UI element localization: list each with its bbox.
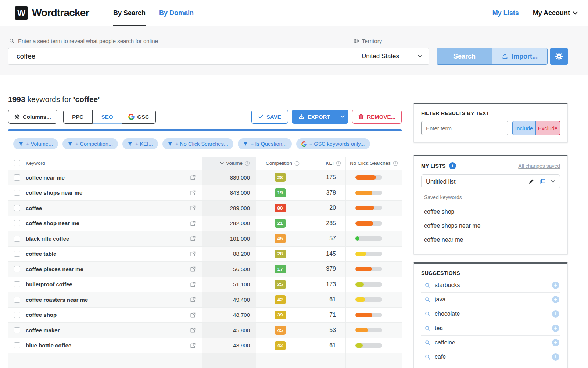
row-checkbox[interactable]: [14, 251, 20, 257]
competition-badge: 19: [275, 188, 286, 197]
export-button[interactable]: EXPORT: [292, 110, 337, 124]
save-button[interactable]: SAVE: [251, 110, 288, 124]
table-row[interactable]: coffee maker 45,800 45 53: [8, 323, 402, 338]
row-checkbox[interactable]: [14, 174, 20, 181]
add-suggestion-button[interactable]: +: [552, 296, 559, 303]
external-link-icon[interactable]: [190, 251, 196, 257]
add-suggestion-button[interactable]: +: [552, 310, 559, 318]
exclude-toggle[interactable]: Exclude: [536, 121, 560, 135]
table-row[interactable]: coffee shop near me 282,000 21 285: [8, 216, 402, 231]
right-sidebar: FILTER RESULTS BY TEXT Include Exclude M…: [413, 103, 568, 368]
duplicate-icon[interactable]: [539, 178, 546, 185]
filter-chip[interactable]: + GSC keywords only...: [296, 138, 370, 149]
column-header-no-click[interactable]: No Click Searches: [345, 157, 402, 170]
saved-keyword-item[interactable]: coffee near me: [421, 233, 560, 247]
table-row[interactable]: black rifle coffee 101,000 45 57: [8, 231, 402, 247]
edit-pencil-icon[interactable]: [528, 178, 534, 184]
row-checkbox[interactable]: [14, 281, 20, 287]
add-suggestion-button[interactable]: +: [552, 282, 559, 289]
select-all-checkbox[interactable]: [14, 160, 20, 166]
territory-select[interactable]: United States: [355, 48, 429, 65]
filter-term-input[interactable]: [421, 121, 508, 135]
add-list-button[interactable]: +: [449, 162, 456, 169]
list-selector[interactable]: Untitled list: [421, 174, 560, 188]
external-link-icon[interactable]: [190, 266, 196, 272]
tab-by-search[interactable]: By Search: [113, 9, 146, 17]
row-checkbox[interactable]: [14, 190, 20, 196]
external-link-icon[interactable]: [190, 174, 196, 180]
row-checkbox[interactable]: [14, 236, 20, 242]
search-button[interactable]: Search: [437, 48, 492, 64]
filter-chip[interactable]: + Volume...: [13, 138, 58, 149]
include-toggle[interactable]: Include: [512, 121, 536, 135]
suggestion-term: caffeine: [435, 339, 548, 346]
column-header-competition[interactable]: Competition: [256, 157, 304, 170]
external-link-icon[interactable]: [190, 297, 196, 302]
tab-by-domain[interactable]: By Domain: [159, 9, 194, 17]
table-row[interactable]: coffee shop 48,700 39 71: [8, 308, 402, 323]
seed-term-input[interactable]: [8, 48, 355, 65]
remove-button[interactable]: REMOVE...: [352, 110, 402, 124]
row-checkbox[interactable]: [14, 297, 20, 303]
saved-keyword-item[interactable]: coffee shops near me: [421, 219, 560, 233]
row-checkbox[interactable]: [14, 342, 20, 348]
table-row[interactable]: coffee 289,000 80 20: [8, 201, 402, 216]
filter-chip[interactable]: + KEI...: [122, 138, 158, 149]
no-click-bar: [355, 313, 382, 317]
exclude-label: Exclude: [538, 125, 557, 131]
row-checkbox[interactable]: [14, 327, 20, 333]
suggestion-item[interactable]: starbucks +: [421, 278, 560, 293]
row-checkbox[interactable]: [14, 266, 20, 272]
competition-badge: 28: [275, 250, 286, 258]
row-checkbox[interactable]: [14, 220, 20, 226]
table-row[interactable]: coffee places near me 56,500 17 379: [8, 262, 402, 277]
export-options-button[interactable]: [337, 110, 348, 124]
table-row[interactable]: blue bottle coffee 43,900 42 61: [8, 338, 402, 354]
settings-button[interactable]: [550, 48, 568, 65]
keyword-text: blue bottle coffee: [26, 342, 71, 348]
table-row[interactable]: coffee roasters near me 49,400 42 61: [8, 292, 402, 308]
suggestion-item[interactable]: tea +: [421, 321, 560, 336]
table-row[interactable]: coffee near me 889,000 28 175: [8, 170, 402, 185]
all-changes-saved-link[interactable]: All changes saved: [518, 163, 560, 169]
suggestion-item[interactable]: caffeine +: [421, 336, 560, 350]
suggestion-item[interactable]: chocolate +: [421, 307, 560, 321]
table-row[interactable]: coffee table 88,200 28 145: [8, 247, 402, 262]
external-link-icon[interactable]: [190, 327, 196, 333]
suggestion-item[interactable]: cafe +: [421, 350, 560, 364]
column-header-keyword[interactable]: Keyword: [26, 160, 45, 166]
external-link-icon[interactable]: [190, 190, 196, 196]
table-row[interactable]: coffee shops near me 843,000 19 378: [8, 185, 402, 201]
add-suggestion-button[interactable]: +: [552, 353, 559, 361]
row-checkbox[interactable]: [14, 205, 20, 211]
no-click-bar: [355, 297, 382, 302]
my-lists-link[interactable]: My Lists: [492, 9, 519, 17]
saved-keyword-item[interactable]: coffee shop: [421, 205, 560, 219]
external-link-icon[interactable]: [190, 312, 196, 318]
my-account-menu[interactable]: My Account: [533, 9, 578, 17]
add-suggestion-button[interactable]: +: [552, 339, 559, 346]
wordtracker-logo[interactable]: W Wordtracker: [15, 6, 89, 20]
ppc-tab[interactable]: PPC: [63, 110, 93, 124]
external-link-icon[interactable]: [190, 205, 196, 211]
external-link-icon[interactable]: [190, 220, 196, 226]
import-button[interactable]: Import...: [492, 48, 547, 64]
external-link-icon[interactable]: [190, 343, 196, 348]
filter-chip[interactable]: + Competition...: [62, 138, 118, 149]
gsc-tab[interactable]: GSC: [122, 110, 156, 124]
column-header-kei[interactable]: KEI: [304, 157, 345, 170]
columns-button[interactable]: Columns...: [8, 110, 57, 124]
seo-tab[interactable]: SEO: [93, 110, 122, 124]
add-suggestion-button[interactable]: +: [552, 325, 559, 332]
suggestion-item[interactable]: java +: [421, 293, 560, 307]
volume-cell: 49,400: [202, 292, 256, 307]
filter-chip[interactable]: + Is Question...: [238, 138, 292, 149]
column-header-volume[interactable]: Volume: [202, 157, 256, 170]
filter-chip[interactable]: + No Click Searches...: [162, 138, 233, 149]
no-click-bar: [355, 221, 382, 226]
external-link-icon[interactable]: [190, 236, 196, 241]
external-link-icon[interactable]: [190, 282, 196, 287]
table-row[interactable]: bulletproof coffee 51,100 25 173: [8, 277, 402, 293]
chevron-down-icon[interactable]: [551, 180, 555, 183]
row-checkbox[interactable]: [14, 312, 20, 318]
